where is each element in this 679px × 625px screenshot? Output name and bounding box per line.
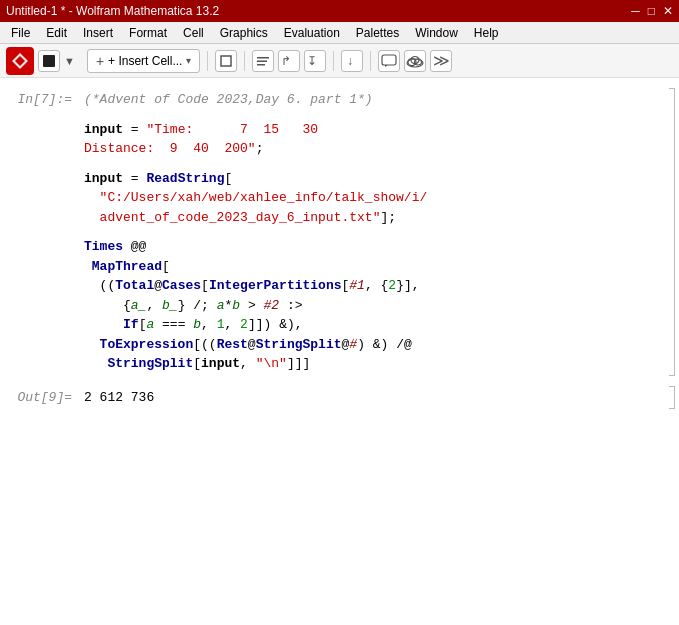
menu-insert[interactable]: Insert	[76, 24, 120, 42]
svg-rect-10	[382, 55, 396, 65]
insert-cell-button[interactable]: + + Insert Cell... ▾	[87, 49, 201, 73]
svg-text:↓: ↓	[347, 54, 353, 68]
toolbar-separator-3	[333, 51, 334, 71]
title-bar-controls: ─ □ ✕	[631, 4, 673, 18]
insert-cell-dropdown-icon: ▾	[186, 55, 191, 66]
minimize-button[interactable]: ─	[631, 4, 640, 18]
input-label-7: In[7]:=	[0, 90, 80, 107]
toolbar-separator-4	[370, 51, 371, 71]
plus-icon: +	[96, 53, 104, 69]
insert-cell-label: + Insert Cell...	[108, 54, 182, 68]
output-cell-9: Out[9]= 2 612 736	[0, 386, 679, 410]
input-content-7[interactable]: (*Advent of Code 2023,Day 6. part 1*) in…	[80, 90, 679, 374]
output-label-9: Out[9]=	[0, 388, 80, 405]
wolfram-logo	[6, 47, 34, 75]
input-cell-7: In[7]:= (*Advent of Code 2023,Day 6. par…	[0, 88, 679, 376]
cell-brackets-icon[interactable]	[215, 50, 237, 72]
menu-cell[interactable]: Cell	[176, 24, 211, 42]
menu-evaluation[interactable]: Evaluation	[277, 24, 347, 42]
close-button[interactable]: ✕	[663, 4, 673, 18]
cell-bracket-9	[669, 386, 675, 410]
menu-graphics[interactable]: Graphics	[213, 24, 275, 42]
output-arrow-icon[interactable]: ↧	[304, 50, 326, 72]
output-content-9: 2 612 736	[80, 388, 679, 408]
down-arrow-icon[interactable]: ↓	[341, 50, 363, 72]
more-icon[interactable]: ≫	[430, 50, 452, 72]
menu-palettes[interactable]: Palettes	[349, 24, 406, 42]
svg-text:↧: ↧	[307, 54, 317, 68]
maximize-button[interactable]: □	[648, 4, 655, 18]
svg-rect-5	[257, 60, 267, 62]
svg-rect-2	[43, 55, 55, 67]
svg-marker-11	[385, 65, 388, 67]
app-title: Untitled-1 * - Wolfram Mathematica 13.2	[6, 4, 219, 18]
cell-bracket-7	[669, 88, 675, 376]
toolbar-separator-1	[207, 51, 208, 71]
cloud-icon[interactable]	[404, 50, 426, 72]
spacer-between	[0, 376, 679, 386]
title-bar: Untitled-1 * - Wolfram Mathematica 13.2 …	[0, 0, 679, 22]
menu-file[interactable]: File	[4, 24, 37, 42]
toolbar: ▼ + + Insert Cell... ▾ ↱ ↧ ↓	[0, 44, 679, 78]
notebook-icon[interactable]	[38, 50, 60, 72]
notebook: In[7]:= (*Advent of Code 2023,Day 6. par…	[0, 78, 679, 625]
chat-icon[interactable]	[378, 50, 400, 72]
dropdown-arrow-icon[interactable]: ▼	[64, 55, 75, 67]
menu-help[interactable]: Help	[467, 24, 506, 42]
svg-text:↱: ↱	[281, 54, 291, 68]
svg-rect-4	[257, 57, 269, 59]
format-icon[interactable]	[252, 50, 274, 72]
svg-rect-3	[221, 56, 231, 66]
menu-window[interactable]: Window	[408, 24, 465, 42]
output-value: 2 612 736	[84, 388, 679, 408]
menu-format[interactable]: Format	[122, 24, 174, 42]
svg-rect-6	[257, 64, 265, 66]
toolbar-separator-2	[244, 51, 245, 71]
input-arrow-icon[interactable]: ↱	[278, 50, 300, 72]
menu-edit[interactable]: Edit	[39, 24, 74, 42]
title-bar-left: Untitled-1 * - Wolfram Mathematica 13.2	[6, 4, 219, 18]
menu-bar: File Edit Insert Format Cell Graphics Ev…	[0, 22, 679, 44]
